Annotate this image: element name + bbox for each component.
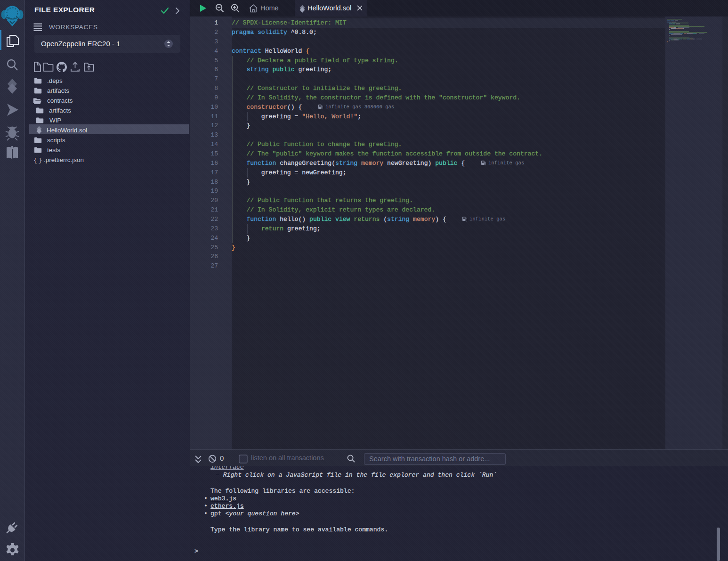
svg-text:{ }: { } [33,157,42,164]
